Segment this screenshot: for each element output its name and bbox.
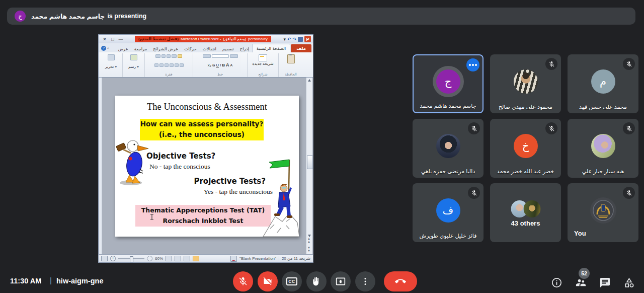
mic-off-icon	[548, 125, 555, 132]
bold-icon[interactable]: B	[222, 63, 225, 67]
slide-title: The Unconscious & Assessment	[115, 102, 299, 112]
tab-transitions[interactable]: انتقالات	[200, 45, 219, 52]
avatar: ف	[436, 198, 460, 223]
participant-tile-mohammed[interactable]: م محمد علي حسن فهد	[568, 54, 638, 113]
scroll-up-icon[interactable]	[308, 79, 311, 82]
participants-button[interactable]: 52	[574, 276, 587, 289]
tile-options-button[interactable]	[466, 58, 479, 71]
app-name-text: Microsoft PowerPoint -	[181, 37, 221, 41]
activities-button[interactable]	[622, 276, 635, 289]
more-options-button[interactable]	[355, 271, 375, 291]
scrollbar-thumb[interactable]	[307, 155, 313, 169]
mic-muted-badge	[623, 122, 635, 134]
italic-icon[interactable]: I	[220, 63, 221, 67]
paragraph-tools-row2[interactable]	[154, 63, 184, 67]
previous-slide-icon[interactable]: ▲▲	[307, 237, 310, 243]
save-icon[interactable]	[298, 37, 303, 42]
raise-hand-button[interactable]	[306, 271, 327, 291]
camera-toggle-button[interactable]	[258, 271, 278, 291]
new-slide-label: شريحة جديدة	[253, 62, 274, 66]
present-screen-icon	[336, 276, 346, 286]
participant-name: محمود علي مهدي صالح	[490, 104, 561, 110]
participant-tile-dalia[interactable]: داليا مرتضى حمزه ناهي	[413, 119, 484, 178]
slide-scrollbar[interactable]: ▲▲ ▼▼	[306, 78, 312, 254]
presenter-avatar: ج	[15, 11, 26, 22]
call-controls: CC	[233, 271, 417, 291]
shapes-icon[interactable]	[130, 54, 137, 60]
participant-tile-hiba[interactable]: هبه ستار جبار علي	[568, 119, 638, 178]
maximize-icon[interactable]: □	[109, 35, 117, 43]
mic-toggle-button[interactable]	[233, 271, 253, 291]
activities-icon	[623, 277, 635, 288]
participant-tile-mahmoud[interactable]: محمود علي مهدي صالح	[490, 54, 561, 113]
tab-design[interactable]: تصميم	[219, 45, 237, 52]
participant-tile-khidr[interactable]: خ خضر عبد الله خضر محمد	[490, 119, 561, 178]
tab-animations[interactable]: حركات	[181, 45, 200, 52]
participant-tile-faiz[interactable]: ف فائز خليل عليوي طويرش	[413, 183, 484, 242]
ppt-ribbon: تحرير▾ رسم▾ فقرة x₂ S U I B	[98, 52, 313, 78]
hand-icon	[311, 276, 321, 286]
more-vert-icon	[360, 276, 370, 286]
zoom-out-icon[interactable]: −	[147, 256, 152, 261]
zoom-slider-thumb[interactable]	[130, 256, 133, 262]
end-call-button[interactable]	[384, 271, 417, 291]
others-avatars	[511, 200, 540, 217]
qat-dropdown-icon[interactable]: ▾	[283, 37, 286, 42]
subscript-icon[interactable]: x₂	[208, 63, 211, 67]
tab-file[interactable]: ملف	[291, 44, 311, 52]
slide-sorter-view-icon[interactable]	[184, 256, 190, 261]
ribbon-group-drawing[interactable]: رسم▾	[123, 53, 145, 77]
underline-icon[interactable]: U	[216, 63, 219, 67]
tab-review[interactable]: مراجعة	[131, 45, 150, 52]
fit-to-window-icon[interactable]	[101, 256, 108, 261]
minimize-ribbon-icon[interactable]: ^	[107, 46, 109, 51]
next-slide-icon[interactable]: ▼▼	[307, 246, 310, 252]
font-name-row[interactable]	[203, 54, 238, 58]
paragraph-tools-row1[interactable]	[155, 54, 182, 58]
mic-muted-badge	[468, 122, 480, 134]
zoom-slider[interactable]	[118, 258, 144, 259]
pink-line1: Thematic Apperceptions Test (TAT)	[135, 205, 271, 215]
undo-icon[interactable]: ↶	[287, 37, 291, 42]
participant-tile-you[interactable]: You	[568, 183, 638, 242]
reading-view-icon[interactable]	[175, 256, 181, 261]
others-count-label: 43 others	[490, 219, 561, 227]
drawing-group-label: رسم	[128, 64, 136, 69]
spellcheck-icon[interactable]	[230, 256, 237, 262]
help-icon[interactable]: ?	[101, 46, 106, 51]
redo-icon[interactable]: ↷	[292, 37, 296, 42]
participant-tile-others[interactable]: 43 others	[490, 183, 561, 242]
captions-button[interactable]: CC	[282, 271, 302, 291]
new-slide-button[interactable]: شريحة جديدة	[253, 54, 274, 66]
font-style-row[interactable]: x₂ S U I B A A	[208, 63, 232, 67]
ribbon-group-font: x₂ S U I B A A خط	[193, 53, 248, 77]
status-right: "Blank Presentation" شريحة 11 من 20	[230, 256, 310, 262]
ribbon-group-editing[interactable]: تحرير▾	[100, 53, 123, 77]
strikethrough-icon[interactable]: S	[212, 63, 215, 67]
tab-view[interactable]: عرض	[115, 45, 131, 52]
chat-button[interactable]	[598, 276, 611, 289]
bottom-divider: |	[50, 276, 52, 284]
new-slide-icon	[259, 54, 267, 61]
meeting-details-button[interactable]	[550, 276, 563, 289]
tab-insert[interactable]: إدراج	[237, 45, 252, 52]
grow-font-icon[interactable]: A	[226, 63, 229, 67]
slideshow-view-icon[interactable]	[166, 256, 172, 261]
normal-view-icon[interactable]	[193, 256, 199, 261]
paste-icon[interactable]	[287, 54, 295, 63]
participant-tile-jasim[interactable]: ج جاسم محمد هاشم محمد	[413, 54, 484, 113]
font-group-label: خط	[217, 72, 223, 77]
presenting-suffix: is presenting	[107, 13, 146, 20]
participant-name: هبه ستار جبار علي	[568, 168, 638, 175]
close-icon[interactable]: ✕	[101, 35, 109, 43]
present-button[interactable]	[331, 271, 351, 291]
current-slide[interactable]: The Unconscious & Assessment How can we …	[115, 96, 299, 237]
pink-highlight-box: Thematic Apperceptions Test (TAT) Rorsch…	[135, 205, 271, 227]
tab-home[interactable]: الصفحة الرئيسية	[252, 44, 290, 52]
mic-muted-badge	[623, 187, 635, 199]
find-icon[interactable]	[108, 54, 115, 60]
shrink-font-icon[interactable]: A	[230, 63, 233, 67]
tab-slideshow[interactable]: عرض الشرائح	[150, 45, 181, 52]
minimize-icon[interactable]: —	[117, 35, 125, 43]
zoom-in-icon[interactable]: +	[110, 256, 116, 261]
